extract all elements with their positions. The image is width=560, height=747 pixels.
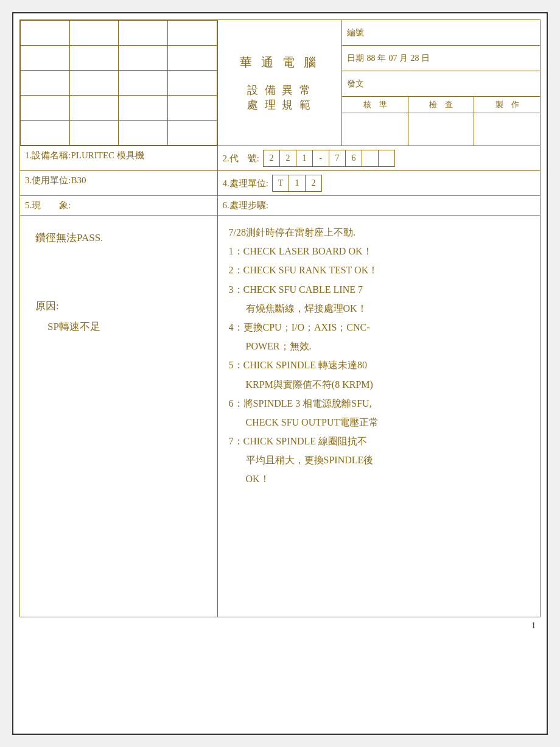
header-grid-cell	[69, 21, 119, 46]
field6-label: 6.處理步驟:	[223, 200, 268, 210]
equipment-row: 1.設備名稱:PLURITEC 模具機 2.代 號: 2 2 1 - 7 6	[19, 146, 541, 171]
section-header-row: 5.現 象: 6.處理步驟:	[19, 196, 541, 216]
header-grid-cell	[167, 71, 217, 96]
cause-label: 原因:	[35, 296, 202, 317]
step-4a: 4：更換CPU；I/O；AXIS；CNC-	[229, 318, 529, 337]
header-grid-cell	[21, 21, 70, 46]
header-grid-cell	[21, 71, 70, 96]
code-box-3: 1	[296, 150, 313, 167]
main-content-area: 鑽徑無法PASS. 原因: SP轉速不足 7/28測針時停在雷射座上不動. 1：…	[19, 216, 541, 617]
phenomenon-text1: 鑽徑無法PASS.	[35, 228, 202, 248]
code-box-5: 7	[329, 150, 346, 167]
step-6a: 6：將SPINDLE 3 相電源脫離SFU,	[229, 394, 529, 413]
phenomenon-content: 鑽徑無法PASS. 原因: SP轉速不足	[20, 216, 218, 617]
day-label: 日	[421, 53, 430, 64]
usage-unit-cell: 3.使用單位:B30	[20, 171, 218, 195]
header-grid-cell	[69, 96, 119, 121]
code-box-7	[362, 150, 379, 167]
sub-title-line2: 處 理 規 範	[247, 97, 312, 112]
right-info-panel: 編號 日期 88 年 07 月 28 日 發文 核 準	[342, 20, 540, 146]
main-title: 華 通 電 腦	[240, 54, 319, 71]
step-5b: KRPM與實際值不符(8 KRPM)	[229, 375, 529, 394]
step-7c: OK！	[229, 469, 529, 488]
phenomenon-header: 5.現 象:	[20, 196, 218, 215]
processing-unit-cell: 4.處理單位: T 1 2	[218, 171, 540, 195]
header-grid-cell	[119, 21, 168, 46]
step-4b: POWER；無效.	[229, 337, 529, 356]
number-label: 編號	[347, 27, 364, 38]
equipment-name-cell: 1.設備名稱:PLURITEC 模具機	[20, 146, 218, 170]
step-3a: 3：CHECK SFU CABLE LINE 7	[229, 280, 529, 299]
step-3b: 有燒焦斷線，焊接處理OK！	[229, 299, 529, 318]
code-cell: 2.代 號: 2 2 1 - 7 6	[218, 146, 540, 170]
month-label: 月	[399, 53, 408, 64]
code-box-1: 2	[263, 150, 280, 167]
header-grid-cell	[21, 46, 70, 71]
steps-content: 7/28測針時停在雷射座上不動. 1：CHECK LASER BOARD OK！…	[218, 216, 540, 617]
code-box-4: -	[312, 150, 329, 167]
checked-label: 檢 查	[408, 97, 474, 113]
unit-box-2: 1	[289, 175, 306, 192]
field5-label: 5.現 象:	[25, 200, 71, 210]
step-7a: 7：CHICK SPINDLE 線圈阻抗不	[229, 432, 529, 451]
header-grid-cell	[167, 46, 217, 71]
field4-label: 4.處理單位:	[223, 178, 268, 189]
issued-row: 發文	[342, 71, 540, 97]
header-grid-cell	[119, 71, 168, 96]
code-boxes: 2 2 1 - 7 6	[263, 150, 395, 167]
step-1: 1：CHECK LASER BOARD OK！	[229, 242, 529, 261]
date-day: 28	[410, 54, 419, 63]
year-label: 年	[377, 53, 386, 64]
document-page: 華 通 電 腦 設 備 異 常 處 理 規 範 編號 日期 88 年 07 月 …	[12, 12, 548, 735]
approved-content	[342, 113, 408, 146]
document-title-area: 華 通 電 腦 設 備 異 常 處 理 規 範	[218, 20, 343, 146]
header-grid-cell	[119, 46, 168, 71]
date-year: 88	[366, 54, 375, 63]
header-grid-cell	[69, 121, 119, 146]
step-7b: 平均且稍大，更換SPINDLE後	[229, 451, 529, 469]
sub-title-line1: 設 備 異 常	[247, 83, 312, 97]
header-grid-cell	[69, 46, 119, 71]
header-grid-cell	[21, 121, 70, 146]
approved-label: 核 準	[342, 97, 408, 113]
unit-row: 3.使用單位:B30 4.處理單位: T 1 2	[19, 171, 541, 196]
header-grid-cell	[167, 21, 217, 46]
step-2: 2：CHECK SFU RANK TEST OK！	[229, 261, 529, 279]
steps-header: 6.處理步驟:	[218, 196, 540, 215]
field3-label: 3.使用單位:B30	[25, 175, 86, 185]
approval-row: 核 準 檢 查 製 作	[342, 97, 540, 146]
header-grid-cell	[21, 96, 70, 121]
code-box-6: 6	[345, 150, 362, 167]
header-grid-cell	[69, 71, 119, 96]
page-number: 1	[19, 617, 541, 634]
unit-box-1: T	[272, 175, 289, 192]
cause-text: SP轉速不足	[35, 317, 202, 337]
number-row: 編號	[342, 20, 540, 46]
header-grid-cell	[119, 121, 168, 146]
unit-boxes: T 1 2	[272, 175, 322, 192]
date-label: 日期	[347, 53, 364, 64]
approved-cell: 核 準	[342, 97, 408, 146]
step-intro: 7/28測針時停在雷射座上不動.	[229, 223, 529, 242]
step-5a: 5：CHICK SPINDLE 轉速未達80	[229, 356, 529, 374]
issued-label: 發文	[347, 79, 364, 89]
checked-content	[408, 113, 474, 146]
field2-label: 2.代 號:	[223, 153, 259, 164]
header-grid-cell	[167, 121, 217, 146]
code-box-2: 2	[279, 150, 296, 167]
date-row: 日期 88 年 07 月 28 日	[342, 46, 540, 71]
made-cell: 製 作	[474, 97, 540, 146]
unit-box-3: 2	[305, 175, 322, 192]
made-content	[474, 113, 540, 146]
step-6b: CHECK SFU OUTPUT電壓正常	[229, 413, 529, 432]
header-grid-cell	[167, 96, 217, 121]
phenomenon-spacer	[35, 256, 202, 276]
date-month: 07	[388, 54, 397, 63]
header-grid-cell	[119, 96, 168, 121]
made-label: 製 作	[474, 97, 540, 113]
code-box-8	[378, 150, 395, 167]
checked-cell: 檢 查	[408, 97, 475, 146]
field1-label: 1.設備名稱:PLURITEC 模具機	[25, 150, 144, 160]
